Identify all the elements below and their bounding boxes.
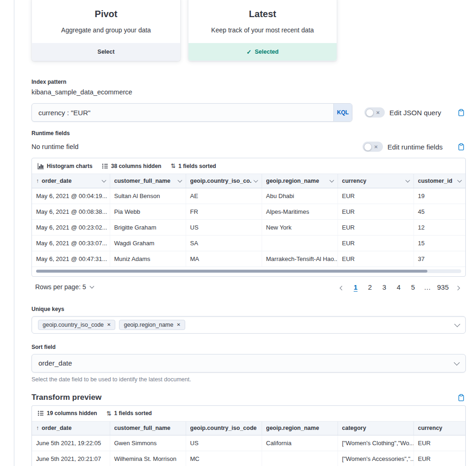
chevron-down-icon[interactable] [329,178,334,182]
table-cell: EUR [413,451,465,466]
table-cell: MA [186,251,262,267]
page-button[interactable]: 4 [394,282,404,292]
column-header[interactable]: geoip.region_name [262,174,338,188]
scrollbar-thumb[interactable] [36,270,427,273]
edit-json-query-switch[interactable]: ✕ [364,107,385,118]
column-header[interactable]: customer_full_name [110,422,186,435]
table-cell: EUR [338,204,413,219]
column-header[interactable]: customer_full_name [110,174,186,188]
chevron-down-icon[interactable] [177,178,182,182]
columns-hidden-label: 19 columns hidden [47,410,97,416]
table-cell: May 6, 2021 @ 00:04:19... [32,188,110,204]
column-header[interactable]: geoip.country_iso_code [186,422,262,435]
page-button[interactable]: 935 [437,282,449,292]
latest-card[interactable]: Latest Keep track of your most recent da… [188,0,337,61]
column-header[interactable]: ↑order_date [32,174,110,188]
fields-sorted-button[interactable]: ⇅ 1 fields sorted [170,162,216,169]
histogram-charts-label: Histogram charts [47,163,93,169]
columns-hidden-button[interactable]: 19 columns hidden [38,410,97,416]
column-header-content: geoip.country_iso_co... [190,178,257,184]
horizontal-scrollbar[interactable] [36,269,461,273]
column-header[interactable]: currency [338,174,413,188]
copy-runtime-fields-button[interactable] [457,142,466,152]
next-page-button[interactable] [453,281,462,293]
edit-runtime-fields-switch[interactable]: ✕ [363,142,383,152]
copy-preview-button[interactable] [457,393,466,403]
runtime-fields-label: Runtime fields [31,130,466,137]
fields-sorted-label: 1 fields sorted [178,163,216,169]
sort-field-select[interactable]: order_date [31,354,466,373]
pivot-card[interactable]: Pivot Aggregate and group your data Sele… [31,0,181,61]
table-cell: EUR [338,188,413,204]
table-cell: EUR [338,219,413,235]
pivot-select-button[interactable]: Select [32,43,180,61]
unique-key-pill[interactable]: geoip.country_iso_code✕ [38,320,115,330]
pivot-card-description: Aggregate and group your data [39,26,173,34]
latest-selected-button[interactable]: ✓ Selected [188,43,337,61]
switch-off-icon: ✕ [374,144,378,149]
column-header[interactable]: customer_id [413,174,465,188]
pagination-ellipsis: … [422,282,432,292]
table-row: June 5th 2021, 19:22:05Gwen SimmonsUSCal… [32,435,465,451]
previous-page-button[interactable] [338,281,346,293]
clipboard-icon [457,394,465,402]
column-header-label: customer_id [418,178,452,184]
table-cell: May 6, 2021 @ 00:08:38... [32,204,110,219]
rows-per-page-button[interactable]: Rows per page: 5 [35,283,94,291]
fields-sorted-label: 1 fields sorted [114,410,152,416]
unique-key-pill[interactable]: geoip.region_name✕ [119,320,185,330]
histogram-charts-button[interactable]: Histogram charts [38,163,93,169]
transform-method-cards: Pivot Aggregate and group your data Sele… [31,0,466,61]
page-button[interactable]: 3 [379,282,389,292]
column-header[interactable]: geoip.region_name [262,422,338,435]
index-pattern-label: Index pattern [31,79,466,85]
table-cell: May 6, 2021 @ 00:23:02... [32,219,110,235]
chevron-down-icon[interactable] [253,178,258,182]
chevron-down-icon[interactable] [454,321,460,327]
column-header[interactable]: ↑order_date [32,422,110,435]
source-table-body: May 6, 2021 @ 00:04:19...Sultan Al Benso… [32,188,465,267]
column-header-content: category [342,425,409,431]
query-text: currency : "EUR" [38,109,90,117]
query-input[interactable]: currency : "EUR" KQL [31,103,352,122]
chevron-down-icon[interactable] [405,178,410,182]
preview-table-header-row: ↑order_datecustomer_full_namegeoip.count… [32,422,465,435]
column-header-label: geoip.country_iso_code [190,425,257,431]
switch-off-icon: ✕ [376,110,380,115]
page-button[interactable]: 5 [408,282,418,292]
clipboard-icon [457,109,465,117]
column-header-content: customer_id [418,178,462,184]
edit-json-query-label[interactable]: Edit JSON query [389,109,441,117]
column-header-content: geoip.region_name [266,425,333,431]
fields-sorted-button[interactable]: ⇅ 1 fields sorted [106,410,152,417]
chevron-down-icon[interactable] [101,178,106,182]
edit-runtime-fields-label[interactable]: Edit runtime fields [388,143,443,151]
kql-language-button[interactable]: KQL [333,104,352,121]
pagination-pages: 12345…935 [338,281,462,293]
column-header[interactable]: geoip.country_iso_co... [186,174,262,188]
column-header[interactable]: category [338,422,413,435]
column-header-label: order_date [42,425,72,431]
remove-key-icon[interactable]: ✕ [176,322,180,327]
page-number-list: 12345…935 [351,282,449,292]
column-header-label: geoip.region_name [266,425,319,431]
remove-key-icon[interactable]: ✕ [107,322,111,327]
pivot-card-title: Pivot [39,9,173,19]
latest-card-title: Latest [196,9,329,19]
unique-key-pill-label: geoip.region_name [124,322,173,328]
copy-query-button[interactable] [457,108,466,118]
unique-keys-combobox[interactable]: geoip.country_iso_code✕geoip.region_name… [31,316,466,334]
page-button[interactable]: 1 [351,282,361,292]
transform-preview-header: Transform preview [31,393,466,403]
column-header[interactable]: currency [413,422,465,435]
page-button[interactable]: 2 [365,282,375,292]
table-cell: Marrakech-Tensift-Al Hao... [262,251,338,267]
switch-knob [366,109,374,117]
table-cell: 37 [413,251,465,267]
sort-icon: ⇅ [106,410,112,417]
source-table: ↑order_datecustomer_full_namegeoip.count… [32,174,465,267]
table-cell: Gwen Simmons [110,435,186,451]
table-row: June 5th 2021, 20:21:07Wilhemina St. Mor… [32,451,465,466]
chevron-down-icon[interactable] [457,178,462,182]
columns-hidden-button[interactable]: 38 columns hidden [102,163,162,169]
